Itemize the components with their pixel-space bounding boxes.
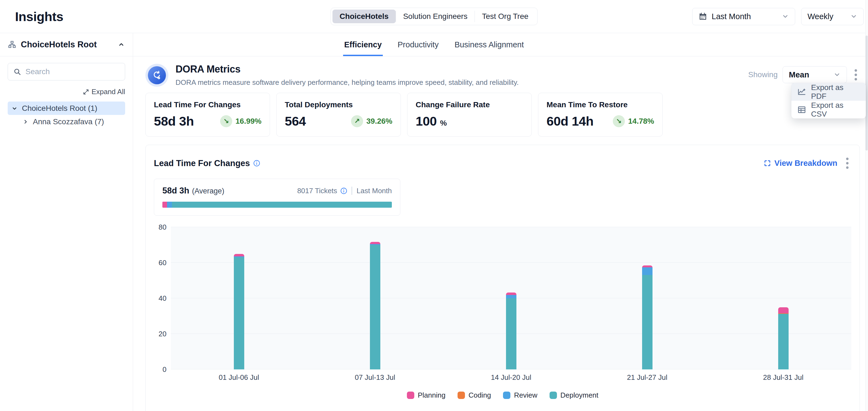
- stacked-bar-4[interactable]: [642, 266, 652, 369]
- tree-row-choicehotels-root[interactable]: ChoiceHotels Root (1): [8, 102, 125, 115]
- metric-unit: %: [440, 119, 446, 128]
- bar-segment-planning: [778, 307, 788, 314]
- distribution-segment-planning: [162, 202, 167, 208]
- legend-label: Deployment: [560, 391, 598, 400]
- summary-suffix: (Average): [192, 187, 224, 195]
- metric-title: Change Failure Rate: [416, 100, 523, 109]
- bar-segment-deployment: [370, 245, 380, 369]
- date-range-select[interactable]: Last Month: [692, 8, 795, 25]
- top-bar: Insights ChoiceHotels Solution Engineers…: [0, 0, 868, 33]
- distribution-segment-review: [167, 202, 172, 208]
- x-axis-label: 28 Jul-31 Jul: [715, 373, 851, 382]
- view-breakdown-button[interactable]: View Breakdown: [764, 159, 837, 168]
- chart-export-icon: [797, 88, 806, 96]
- bar-segment-planning: [370, 242, 380, 244]
- expand-all-button[interactable]: Expand All: [83, 88, 125, 96]
- metric-card-mean-time-to-restore: Mean Time To Restore 60d 14h ↘ 14.78%: [538, 93, 663, 137]
- metric-title: Total Deployments: [285, 100, 392, 109]
- metric-cards-row: Lead Time For Changes 58d 3h ↘ 16.99% To…: [146, 93, 860, 137]
- x-axis-label: 14 Jul-20 Jul: [443, 373, 579, 382]
- bar-segment-deployment: [234, 257, 244, 369]
- legend-label: Review: [514, 391, 537, 400]
- bar-segment-review: [642, 267, 652, 275]
- legend-item-review[interactable]: Review: [503, 391, 537, 400]
- org-tab-label: Solution Engineers: [403, 12, 467, 21]
- info-icon[interactable]: [340, 187, 347, 194]
- granularity-value: Weekly: [807, 12, 834, 21]
- tab-productivity[interactable]: Productivity: [397, 35, 440, 56]
- period-label: Last Month: [356, 186, 392, 195]
- metric-value: 564: [285, 113, 306, 129]
- export-menu: Export as PDF Export as CSV: [791, 83, 866, 118]
- chevron-right-icon[interactable]: [22, 118, 29, 125]
- expand-all-label: Expand All: [91, 88, 125, 96]
- collapse-chevron-up-icon[interactable]: [118, 41, 125, 48]
- trend-down-icon: ↘: [220, 115, 232, 127]
- divider: [351, 186, 352, 195]
- phase-distribution-bar: [162, 202, 392, 208]
- bar-segment-deployment: [642, 275, 652, 369]
- org-tree-sidebar: ChoiceHotels Root Expand A: [0, 33, 133, 411]
- stacked-bar-5[interactable]: [778, 307, 788, 370]
- lead-time-section: Lead Time For Changes View Breakdown: [146, 145, 860, 411]
- org-tab-test-org-tree[interactable]: Test Org Tree: [475, 9, 535, 23]
- stacked-bar-2[interactable]: [370, 242, 380, 369]
- section-kebab-menu-button[interactable]: [843, 155, 851, 172]
- dora-header: DORA Metrics DORA metrics measure softwa…: [146, 64, 860, 87]
- metric-value: 100: [416, 113, 437, 129]
- chart-legend: PlanningCodingReviewDeployment: [154, 391, 851, 400]
- showing-label: Showing: [748, 70, 778, 79]
- trend-badge: ↘ 14.78%: [613, 115, 654, 127]
- date-range-value: Last Month: [712, 12, 751, 21]
- trend-value: 16.99%: [236, 117, 261, 126]
- y-axis-label: 40: [159, 294, 166, 303]
- legend-item-coding[interactable]: Coding: [458, 391, 491, 400]
- chevron-down-icon[interactable]: [11, 105, 18, 112]
- chart-y-axis: 020406080: [154, 227, 171, 369]
- table-icon: [797, 105, 806, 114]
- tree-row-label: Anna Scozzafava (7): [33, 117, 104, 126]
- view-tabs-row: Efficiency Productivity Business Alignme…: [133, 33, 868, 56]
- search-input[interactable]: [26, 67, 119, 76]
- chart-plot: [171, 227, 851, 369]
- bar-segment-review: [506, 295, 517, 298]
- tree-row-anna-scozzafava[interactable]: Anna Scozzafava (7): [19, 115, 125, 128]
- menu-item-export-pdf[interactable]: Export as PDF: [791, 83, 866, 101]
- sidebar-header: ChoiceHotels Root: [0, 33, 133, 56]
- trend-down-icon: ↘: [613, 115, 625, 127]
- menu-item-label: Export as PDF: [811, 83, 860, 101]
- search-icon: [13, 68, 21, 75]
- tab-business-alignment[interactable]: Business Alignment: [454, 35, 525, 56]
- stacked-bar-1[interactable]: [234, 254, 244, 370]
- menu-item-export-csv[interactable]: Export as CSV: [791, 101, 866, 118]
- org-tab-solution-engineers[interactable]: Solution Engineers: [396, 9, 474, 23]
- granularity-select[interactable]: Weekly: [801, 8, 864, 25]
- distribution-segment-deployment: [172, 202, 392, 208]
- dora-title: DORA Metrics: [176, 64, 519, 75]
- org-tree: ChoiceHotels Root (1) Anna Scozzafava (7…: [8, 102, 125, 128]
- x-axis-label: 21 Jul-27 Jul: [579, 373, 715, 382]
- legend-item-deployment[interactable]: Deployment: [550, 391, 598, 400]
- view-breakdown-label: View Breakdown: [774, 159, 837, 168]
- tab-efficiency[interactable]: Efficiency: [343, 35, 383, 56]
- sidebar-body: Expand All ChoiceHotels Root (1) Anna Sc…: [0, 56, 133, 135]
- org-tab-choicehotels[interactable]: ChoiceHotels: [333, 9, 396, 23]
- aggregation-select[interactable]: Mean: [782, 66, 847, 83]
- dora-description: DORA metrics measure software delivery p…: [176, 78, 519, 87]
- summary-value: 58d 3h: [162, 186, 189, 196]
- lead-time-chart: 020406080 01 Jul-06 Jul07 Jul-13 Jul14 J…: [154, 227, 851, 400]
- x-axis-label: 01 Jul-06 Jul: [171, 373, 307, 382]
- chevron-down-icon: [850, 13, 857, 20]
- insights-page: Insights ChoiceHotels Solution Engineers…: [0, 0, 868, 411]
- expand-corners-icon: [764, 160, 771, 167]
- metric-card-lead-time: Lead Time For Changes 58d 3h ↘ 16.99%: [146, 93, 270, 137]
- dora-kebab-menu-button[interactable]: [852, 67, 860, 83]
- info-icon[interactable]: [253, 160, 260, 167]
- y-axis-label: 0: [163, 365, 166, 374]
- scrollbar[interactable]: [865, 0, 868, 411]
- legend-item-planning[interactable]: Planning: [407, 391, 445, 400]
- aggregation-value: Mean: [789, 70, 809, 79]
- scrollbar-thumb[interactable]: [866, 36, 868, 150]
- chart-x-axis: 01 Jul-06 Jul07 Jul-13 Jul14 Jul-20 Jul2…: [171, 373, 851, 382]
- stacked-bar-3[interactable]: [506, 293, 517, 369]
